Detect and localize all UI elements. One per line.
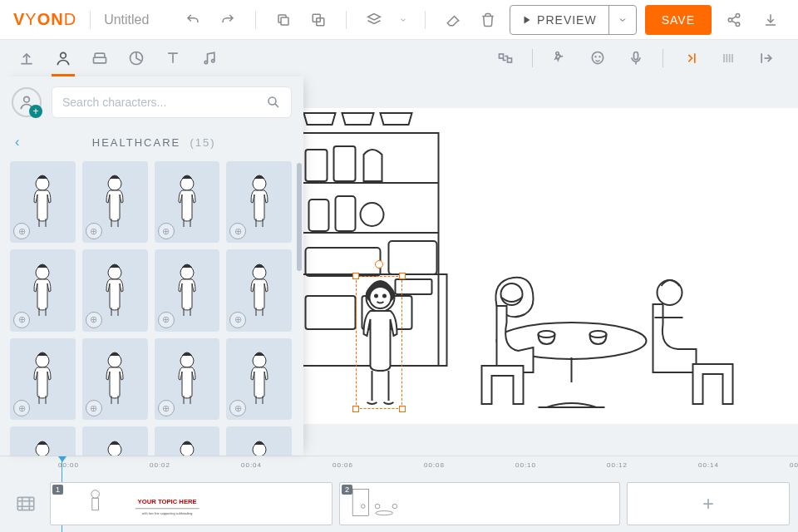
search-field[interactable]: [52, 86, 292, 118]
top-bar: VYOND Untitled PREVIEW SAVE: [0, 0, 798, 40]
search-input[interactable]: [62, 96, 266, 109]
expression-button[interactable]: [579, 40, 616, 76]
character-cell[interactable]: ⊕: [82, 338, 148, 420]
svg-point-33: [253, 177, 266, 190]
zoom-icon[interactable]: ⊕: [158, 223, 175, 239]
layers-button[interactable]: [360, 6, 388, 34]
divider: [532, 49, 533, 67]
add-character-button[interactable]: +: [12, 87, 42, 117]
canvas-area[interactable]: [303, 76, 798, 456]
zoom-icon[interactable]: ⊕: [158, 312, 175, 328]
canvas[interactable]: [303, 108, 798, 424]
character-cell[interactable]: ⊕: [155, 338, 220, 420]
svg-point-66: [180, 443, 194, 456]
scrollbar[interactable]: [297, 163, 302, 271]
undo-button[interactable]: [179, 6, 207, 34]
save-button[interactable]: SAVE: [645, 5, 712, 35]
svg-point-22: [268, 97, 276, 105]
character-cell[interactable]: ⊕: [82, 426, 148, 456]
delete-button[interactable]: [474, 6, 502, 34]
chart-tab[interactable]: [118, 40, 155, 76]
document-title[interactable]: Untitled: [104, 12, 149, 27]
character-cell[interactable]: ⊕: [226, 249, 292, 331]
preview-dropdown[interactable]: [608, 6, 636, 34]
zoom-icon[interactable]: ⊕: [86, 223, 102, 239]
svg-marker-3: [368, 13, 381, 20]
svg-point-48: [36, 354, 49, 367]
zoom-icon[interactable]: ⊕: [13, 400, 30, 416]
scene-thumb-2[interactable]: 2: [339, 482, 620, 525]
copy-button[interactable]: [269, 6, 298, 34]
zoom-icon[interactable]: ⊕: [86, 312, 102, 328]
ruler-tick: 00:06: [332, 461, 353, 469]
divider: [425, 11, 426, 29]
main-area: + ‹ HEALTHCARE (15) ⊕ ⊕: [0, 76, 798, 456]
divider: [90, 11, 91, 29]
exit-button[interactable]: [748, 40, 785, 76]
character-cell[interactable]: ⊕: [82, 249, 148, 331]
logo: VYOND: [13, 10, 76, 29]
layers-dropdown[interactable]: [395, 6, 411, 34]
scene-thumb-1[interactable]: 1 YOUR TOPIC HEREwith two line supportin…: [50, 482, 332, 525]
divider: [663, 49, 663, 67]
character-cell[interactable]: ⊕: [226, 161, 292, 243]
character-cell[interactable]: ⊕: [155, 161, 220, 243]
zoom-icon[interactable]: ⊕: [13, 223, 30, 239]
svg-point-107: [362, 504, 366, 508]
add-scene-button[interactable]: +: [627, 482, 790, 525]
redo-button[interactable]: [214, 6, 242, 34]
svg-point-19: [599, 57, 600, 57]
zoom-icon[interactable]: ⊕: [229, 223, 246, 239]
zoom-icon[interactable]: ⊕: [158, 400, 175, 416]
selection-box[interactable]: [356, 276, 402, 409]
resize-handle-tr[interactable]: [399, 273, 406, 279]
svg-point-57: [253, 354, 266, 367]
svg-point-102: [91, 490, 100, 498]
resize-handle-tl[interactable]: [352, 273, 359, 279]
character-cell[interactable]: ⊕: [10, 426, 76, 456]
character-cell[interactable]: ⊕: [10, 338, 76, 420]
resize-handle-br[interactable]: [399, 406, 406, 412]
svg-rect-15: [500, 54, 504, 58]
svg-point-27: [108, 177, 121, 190]
character-cell[interactable]: ⊕: [155, 249, 220, 331]
tracks: 1 YOUR TOPIC HEREwith two line supportin…: [0, 475, 798, 532]
character-cell[interactable]: ⊕: [226, 426, 292, 456]
svg-point-10: [61, 52, 66, 58]
character-cell[interactable]: ⊕: [82, 161, 148, 243]
zoom-icon[interactable]: ⊕: [229, 312, 246, 328]
zoom-icon[interactable]: ⊕: [13, 312, 30, 328]
eraser-button[interactable]: [439, 6, 467, 34]
character-tab[interactable]: [45, 40, 81, 76]
svg-rect-78: [336, 196, 356, 231]
character-cell[interactable]: ⊕: [10, 249, 76, 331]
zoom-icon[interactable]: ⊕: [86, 400, 102, 416]
swap-button[interactable]: [487, 40, 524, 76]
prop-tab[interactable]: [81, 40, 118, 76]
character-cell[interactable]: ⊕: [155, 426, 220, 456]
audio-tab[interactable]: [191, 40, 228, 76]
character-cell[interactable]: ⊕: [10, 161, 76, 243]
mic-button[interactable]: [618, 40, 654, 76]
character-cell[interactable]: ⊕: [226, 338, 292, 420]
share-button[interactable]: [720, 6, 748, 34]
paste-button[interactable]: [304, 6, 332, 34]
svg-point-51: [108, 354, 121, 367]
motion-button[interactable]: [710, 40, 746, 76]
svg-text:with two line supporting subhe: with two line supporting subheading: [142, 512, 193, 515]
rotate-handle[interactable]: [375, 260, 383, 268]
grid-wrap: ⊕ ⊕ ⊕ ⊕ ⊕ ⊕ ⊕: [0, 158, 303, 456]
panel-head: +: [0, 76, 303, 123]
download-button[interactable]: [756, 6, 785, 34]
enter-button[interactable]: [672, 40, 708, 76]
preview-button[interactable]: PREVIEW: [510, 13, 608, 27]
zoom-icon[interactable]: ⊕: [229, 400, 246, 416]
time-ruler[interactable]: 00:0000:0200:0400:0600:0800:1000:1200:14…: [0, 456, 798, 475]
resize-handle-bl[interactable]: [352, 406, 359, 412]
svg-rect-82: [389, 241, 437, 274]
scene-settings-button[interactable]: [8, 482, 43, 525]
text-tab[interactable]: [155, 40, 191, 76]
upload-tab[interactable]: [8, 40, 45, 76]
action-button[interactable]: [541, 40, 578, 76]
svg-rect-11: [94, 57, 106, 63]
